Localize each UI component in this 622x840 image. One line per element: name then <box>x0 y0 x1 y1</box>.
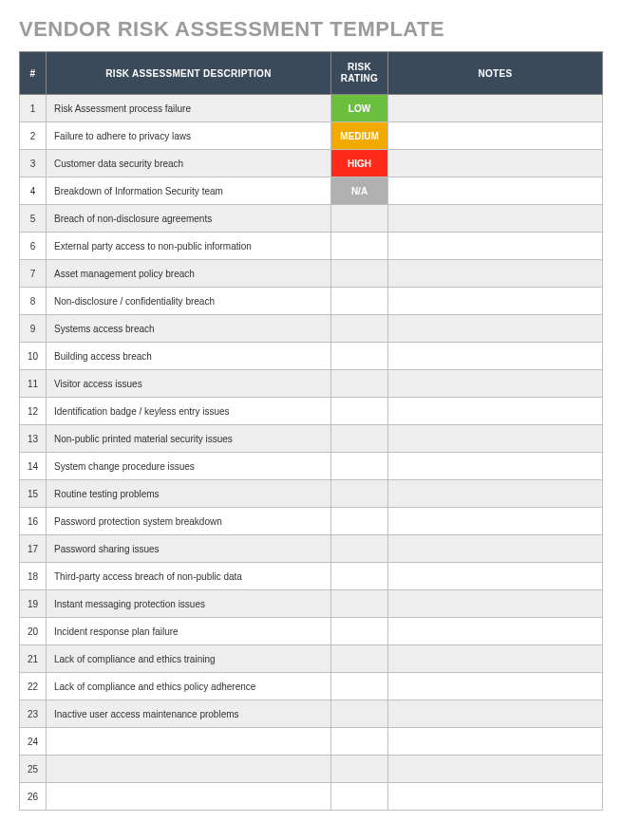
table-body: 1Risk Assessment process failureLOW2Fail… <box>20 95 603 811</box>
row-number: 4 <box>20 177 47 205</box>
table-row: 15Routine testing problems <box>20 480 603 508</box>
row-number: 26 <box>20 783 47 811</box>
row-notes <box>388 122 603 150</box>
row-description: External party access to non-public info… <box>47 233 331 260</box>
row-notes <box>388 728 603 756</box>
row-notes <box>388 205 603 233</box>
row-notes <box>388 453 603 480</box>
row-description <box>47 756 331 783</box>
row-notes <box>388 535 603 563</box>
page-container: VENDOR RISK ASSESSMENT TEMPLATE # RISK A… <box>0 0 622 828</box>
row-notes <box>388 700 603 728</box>
row-rating: LOW <box>331 95 388 122</box>
row-number: 18 <box>20 563 47 590</box>
table-row: 25 <box>20 756 603 783</box>
row-notes <box>388 756 603 783</box>
row-number: 23 <box>20 700 47 728</box>
table-row: 11Visitor access issues <box>20 370 603 398</box>
row-notes <box>388 370 603 398</box>
col-header-rating: RISK RATING <box>331 52 388 95</box>
table-row: 16Password protection system breakdown <box>20 508 603 535</box>
table-row: 24 <box>20 728 603 756</box>
row-notes <box>388 590 603 618</box>
row-description: Third-party access breach of non-public … <box>47 563 331 590</box>
row-description: Breakdown of Information Security team <box>47 177 331 205</box>
row-rating: N/A <box>331 177 388 205</box>
row-number: 8 <box>20 288 47 315</box>
table-row: 8Non-disclosure / confidentiality breach <box>20 288 603 315</box>
table-row: 22Lack of compliance and ethics policy a… <box>20 673 603 700</box>
row-rating <box>331 370 388 398</box>
row-description: Non-public printed material security iss… <box>47 425 331 453</box>
row-number: 11 <box>20 370 47 398</box>
row-rating <box>331 783 388 811</box>
row-description: Inactive user access maintenance problem… <box>47 700 331 728</box>
row-number: 24 <box>20 728 47 756</box>
row-number: 1 <box>20 95 47 122</box>
table-row: 12Identification badge / keyless entry i… <box>20 398 603 425</box>
table-row: 4Breakdown of Information Security teamN… <box>20 177 603 205</box>
row-description: System change procedure issues <box>47 453 331 480</box>
risk-table: # RISK ASSESSMENT DESCRIPTION RISK RATIN… <box>19 51 603 811</box>
row-number: 2 <box>20 122 47 150</box>
table-row: 3Customer data security breachHIGH <box>20 150 603 177</box>
row-number: 14 <box>20 453 47 480</box>
row-notes <box>388 95 603 122</box>
table-row: 10Building access breach <box>20 343 603 370</box>
row-rating <box>331 288 388 315</box>
row-notes <box>388 508 603 535</box>
row-rating <box>331 756 388 783</box>
table-row: 13Non-public printed material security i… <box>20 425 603 453</box>
row-number: 7 <box>20 260 47 288</box>
row-rating <box>331 480 388 508</box>
row-rating <box>331 425 388 453</box>
row-notes <box>388 315 603 343</box>
row-notes <box>388 480 603 508</box>
row-description: Failure to adhere to privacy laws <box>47 122 331 150</box>
row-notes <box>388 425 603 453</box>
table-row: 14System change procedure issues <box>20 453 603 480</box>
row-notes <box>388 398 603 425</box>
table-row: 5Breach of non-disclosure agreements <box>20 205 603 233</box>
table-row: 26 <box>20 783 603 811</box>
table-row: 1Risk Assessment process failureLOW <box>20 95 603 122</box>
row-notes <box>388 150 603 177</box>
row-description: Incident response plan failure <box>47 618 331 645</box>
row-description: Breach of non-disclosure agreements <box>47 205 331 233</box>
row-description: Building access breach <box>47 343 331 370</box>
row-description: Lack of compliance and ethics training <box>47 645 331 673</box>
row-notes <box>388 288 603 315</box>
table-header-row: # RISK ASSESSMENT DESCRIPTION RISK RATIN… <box>20 52 603 95</box>
table-row: 20Incident response plan failure <box>20 618 603 645</box>
row-number: 6 <box>20 233 47 260</box>
page-title: VENDOR RISK ASSESSMENT TEMPLATE <box>19 17 603 42</box>
table-row: 6External party access to non-public inf… <box>20 233 603 260</box>
row-number: 9 <box>20 315 47 343</box>
col-header-num: # <box>20 52 47 95</box>
row-notes <box>388 177 603 205</box>
row-number: 17 <box>20 535 47 563</box>
row-description <box>47 783 331 811</box>
row-rating <box>331 618 388 645</box>
table-row: 23Inactive user access maintenance probl… <box>20 700 603 728</box>
row-description: Visitor access issues <box>47 370 331 398</box>
row-rating <box>331 508 388 535</box>
row-number: 19 <box>20 590 47 618</box>
row-notes <box>388 783 603 811</box>
row-rating <box>331 645 388 673</box>
row-number: 5 <box>20 205 47 233</box>
row-rating <box>331 398 388 425</box>
row-description: Lack of compliance and ethics policy adh… <box>47 673 331 700</box>
row-description: Identification badge / keyless entry iss… <box>47 398 331 425</box>
row-rating <box>331 673 388 700</box>
row-description <box>47 728 331 756</box>
row-notes <box>388 260 603 288</box>
row-rating <box>331 233 388 260</box>
row-notes <box>388 673 603 700</box>
row-notes <box>388 563 603 590</box>
row-description: Systems access breach <box>47 315 331 343</box>
row-description: Non-disclosure / confidentiality breach <box>47 288 331 315</box>
row-number: 3 <box>20 150 47 177</box>
row-number: 25 <box>20 756 47 783</box>
row-rating <box>331 315 388 343</box>
